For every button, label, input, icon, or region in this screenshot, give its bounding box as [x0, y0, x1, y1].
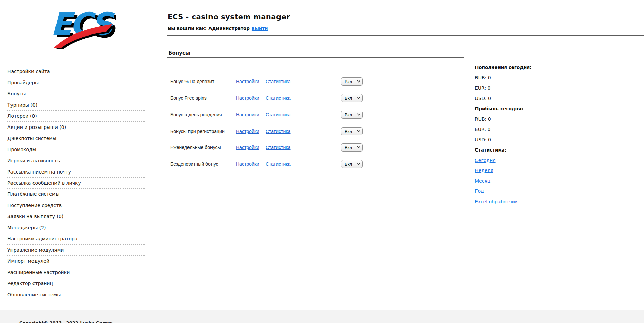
- deposits-today-title: Пополнения сегодня:: [475, 62, 583, 73]
- profit-rub: RUB: 0: [475, 114, 583, 124]
- toggle-wrap: Вкл: [341, 94, 363, 102]
- deposits-rub: RUB: 0: [475, 73, 583, 83]
- bonus-label: Бездепозитный бонус: [170, 160, 218, 168]
- sidebar-item-players[interactable]: Игроки и активность: [7, 155, 145, 166]
- settings-link[interactable]: Настройки: [236, 110, 259, 119]
- sidebar-item-pm-mailing[interactable]: Рассылка сообщений в личку: [7, 178, 145, 189]
- profit-eur: EUR: 0: [475, 124, 583, 135]
- bonus-row-free-spins: Бонус Free spins Настройки Статистика Вк…: [168, 94, 464, 102]
- sidebar-item-managers[interactable]: Менеджеры (2): [7, 222, 145, 233]
- bonus-row-birthday: Бонус в день рождения Настройки Статисти…: [168, 110, 464, 119]
- settings-link[interactable]: Настройки: [236, 160, 259, 168]
- sidebar-item-promotions[interactable]: Акции и розыгрыши (0): [7, 122, 145, 133]
- statistics-link[interactable]: Статистика: [266, 143, 291, 152]
- ecs-logo[interactable]: ECS ECS: [43, 5, 116, 49]
- statistics-link[interactable]: Статистика: [266, 77, 291, 86]
- bonus-toggle-select[interactable]: Вкл: [341, 143, 363, 152]
- sidebar-item-payment-systems[interactable]: Платёжные системы: [7, 189, 145, 200]
- bonus-toggle-select[interactable]: Вкл: [341, 160, 363, 168]
- login-status: Вы вошли как: Администраторвыйти: [168, 26, 268, 31]
- deposits-usd: USD: 0: [475, 93, 583, 104]
- statistics-link[interactable]: Статистика: [266, 160, 291, 168]
- right-column-divider: [470, 47, 470, 300]
- login-status-text: Вы вошли как: Администратор: [168, 26, 250, 31]
- sidebar-item-promocodes[interactable]: Промокоды: [7, 144, 145, 155]
- stats-link-month[interactable]: Месяц: [475, 178, 490, 184]
- section-divider-top: [167, 57, 464, 58]
- sidebar-item-bonuses[interactable]: Бонусы: [7, 88, 145, 99]
- statistics-link[interactable]: Статистика: [266, 110, 291, 119]
- bonus-row-registration: Бонусы при регистрации Настройки Статист…: [168, 127, 464, 136]
- statistics-link[interactable]: Статистика: [266, 127, 291, 136]
- toggle-wrap: Вкл: [341, 127, 363, 135]
- deposits-eur: EUR: 0: [475, 83, 583, 93]
- toggle-wrap: Вкл: [341, 143, 363, 152]
- logout-link[interactable]: выйти: [252, 26, 268, 31]
- header-divider: [167, 35, 644, 36]
- left-column-divider: [162, 47, 162, 300]
- bonus-label: Бонус Free spins: [170, 94, 207, 102]
- sidebar-nav: Настройки сайта Провайдеры Бонусы Турнир…: [7, 66, 145, 300]
- bonus-toggle-select[interactable]: Вкл: [341, 111, 363, 119]
- bonus-toggle-select[interactable]: Вкл: [341, 94, 363, 102]
- bonus-label: Еженедельные бонусы: [170, 143, 221, 152]
- sidebar-item-module-manage[interactable]: Управление модулями: [7, 245, 145, 256]
- sidebar-item-admin-settings[interactable]: Настройки администратора: [7, 233, 145, 245]
- bonus-label: Бонус % на депозит: [170, 77, 214, 86]
- toggle-wrap: Вкл: [341, 160, 363, 168]
- settings-link[interactable]: Настройки: [236, 77, 259, 86]
- footer: Copyright© 2013—2022 Lucky Games: [0, 310, 644, 323]
- toggle-wrap: Вкл: [341, 111, 363, 119]
- sidebar-item-payout-requests[interactable]: Заявки на выплату (0): [7, 211, 145, 222]
- sidebar-item-jackpots[interactable]: Джекпоты системы: [7, 133, 145, 144]
- app-root: ECS ECS ECS - casino system manager Вы в…: [0, 0, 644, 323]
- section-divider-bottom: [167, 183, 464, 183]
- stats-link-today[interactable]: Сегодня: [475, 158, 496, 163]
- stats-link-excel[interactable]: Excel обработчик: [475, 199, 518, 204]
- settings-link[interactable]: Настройки: [236, 94, 259, 102]
- statistics-title: Статистика:: [475, 145, 583, 155]
- sidebar-item-providers[interactable]: Провайдеры: [7, 77, 145, 88]
- bonus-row-no-deposit: Бездепозитный бонус Настройки Статистика…: [168, 160, 464, 168]
- stats-panel: Пополнения сегодня: RUB: 0 EUR: 0 USD: 0…: [475, 62, 583, 207]
- bonus-toggle-select[interactable]: Вкл: [341, 77, 363, 86]
- stats-link-week[interactable]: Неделя: [475, 168, 493, 173]
- sidebar-item-advanced[interactable]: Расширенные настройки: [7, 267, 145, 278]
- sidebar-item-email-mailing[interactable]: Рассылка писем на почту: [7, 166, 145, 178]
- bonus-row-deposit-percent: Бонус % на депозит Настройки Статистика …: [168, 77, 464, 86]
- sidebar-item-lotteries[interactable]: Лотереи (0): [7, 111, 145, 122]
- section-title: Бонусы: [168, 50, 190, 56]
- page-title: ECS - casino system manager: [168, 13, 290, 21]
- bonus-label: Бонусы при регистрации: [170, 127, 225, 136]
- bonus-toggle-select[interactable]: Вкл: [341, 127, 363, 135]
- sidebar-item-site-settings[interactable]: Настройки сайта: [7, 66, 145, 77]
- sidebar-item-tournaments[interactable]: Турниры (0): [7, 99, 145, 111]
- bonus-row-weekly: Еженедельные бонусы Настройки Статистика…: [168, 143, 464, 152]
- bonuses-section: Бонусы Бонус % на депозит Настройки Стат…: [168, 50, 464, 192]
- statistics-link[interactable]: Статистика: [266, 94, 291, 102]
- bonus-label: Бонус в день рождения: [170, 110, 222, 119]
- profit-today-title: Прибыль сегодня:: [475, 103, 583, 114]
- settings-link[interactable]: Настройки: [236, 143, 259, 152]
- footer-copyright: Copyright© 2013—2022 Lucky Games: [19, 320, 113, 323]
- sidebar-item-system-update[interactable]: Обновление системы: [7, 289, 145, 300]
- sidebar-item-module-import[interactable]: Импорт модулей: [7, 256, 145, 267]
- settings-link[interactable]: Настройки: [236, 127, 259, 136]
- sidebar-item-incoming-funds[interactable]: Поступление средств: [7, 200, 145, 211]
- sidebar-item-page-editor[interactable]: Редактор страниц: [7, 278, 145, 289]
- profit-usd: USD: 0: [475, 135, 583, 145]
- stats-link-year[interactable]: Год: [475, 188, 484, 194]
- toggle-wrap: Вкл: [341, 77, 363, 86]
